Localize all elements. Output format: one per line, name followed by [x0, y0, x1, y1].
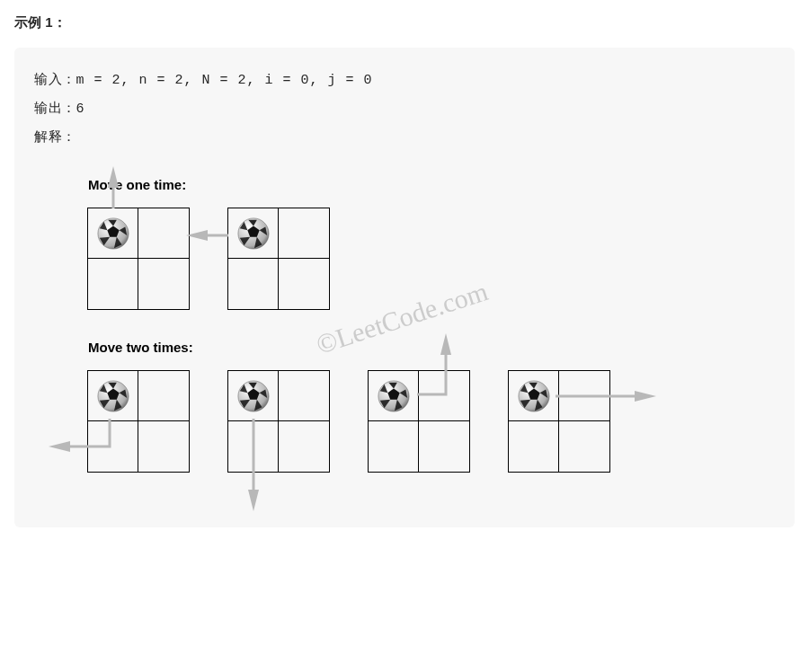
soccer-ball-icon	[236, 217, 271, 251]
grid-cell	[418, 370, 470, 422]
grid-cell	[278, 208, 330, 260]
soccer-ball-icon	[377, 379, 411, 413]
grid-cell	[227, 420, 280, 473]
grid-cell	[278, 420, 330, 473]
explain-label: 解释：	[34, 128, 76, 144]
grid-two-moves-4	[509, 371, 609, 472]
grid-one-move-2	[228, 208, 329, 309]
explain-line: 解释：	[34, 123, 775, 150]
grid-cell	[368, 420, 420, 473]
input-line: 输入：m = 2, n = 2, N = 2, i = 0, j = 0	[34, 66, 775, 94]
soccer-ball-icon	[517, 379, 551, 413]
grid-cell	[418, 420, 470, 473]
grid-two-moves-2	[228, 371, 329, 472]
grid-cell	[138, 208, 190, 260]
grid-cell	[138, 370, 190, 422]
grid-two-moves-3	[369, 371, 469, 472]
example-code-block: 输入：m = 2, n = 2, N = 2, i = 0, j = 0 输出：…	[14, 48, 795, 527]
grid-cell	[508, 370, 560, 422]
grid-cell	[278, 258, 330, 310]
grid-cell	[227, 370, 280, 422]
output-line: 输出：6	[34, 94, 775, 123]
grid-cell	[508, 420, 560, 473]
input-label: 输入：	[34, 71, 76, 86]
input-value: m = 2, n = 2, N = 2, i = 0, j = 0	[76, 73, 373, 88]
example-heading: 示例 1：	[14, 14, 795, 31]
diagram-area: ©LeetCode.com Move one time:	[34, 150, 775, 511]
grid-cell	[227, 258, 280, 310]
grid-cell	[87, 370, 139, 422]
output-label: 输出：	[34, 100, 76, 115]
move-one-label: Move one time:	[88, 177, 748, 192]
move-two-row	[88, 371, 748, 472]
grid-cell	[558, 370, 610, 422]
grid-cell	[368, 370, 420, 422]
grid-cell	[278, 370, 330, 422]
move-one-row	[88, 208, 748, 309]
soccer-ball-icon	[236, 379, 271, 413]
move-two-label: Move two times:	[88, 340, 748, 355]
grid-two-moves-1	[88, 371, 189, 472]
grid-cell	[558, 420, 610, 473]
grid-one-move-1	[88, 208, 189, 309]
grid-cell	[227, 208, 280, 260]
soccer-ball-icon	[96, 379, 130, 413]
arrow-left-icon	[192, 228, 230, 243]
soccer-ball-icon	[96, 217, 130, 251]
grid-cell	[138, 420, 190, 473]
output-value: 6	[76, 102, 85, 117]
grid-cell	[87, 258, 139, 310]
grid-cell	[87, 208, 139, 260]
grid-cell	[87, 420, 139, 473]
grid-cell	[138, 258, 190, 310]
